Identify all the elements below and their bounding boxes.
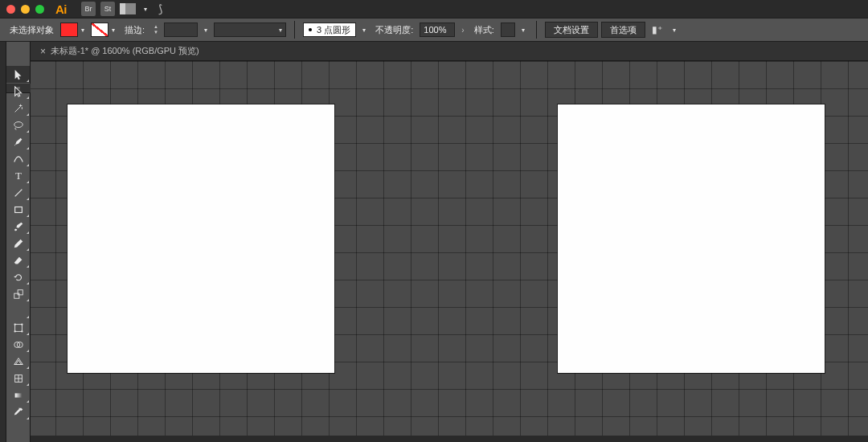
- window-close-button[interactable]: [6, 5, 15, 14]
- svg-rect-3: [14, 293, 18, 298]
- direct-selection-tool-icon: [13, 86, 24, 97]
- type-tool-icon: T: [13, 170, 24, 182]
- document-tab-title: 未标题-1* @ 1600% (RGB/GPU 预览): [51, 45, 199, 57]
- type-tool[interactable]: T: [6, 167, 30, 184]
- document-setup-label: 文档设置: [554, 24, 589, 36]
- chevron-down-icon: ▾: [279, 27, 282, 34]
- canvas-area[interactable]: [31, 61, 868, 442]
- stroke-label: 描边:: [125, 24, 145, 36]
- scale-tool-icon: [13, 289, 24, 300]
- stroke-weight-stepper[interactable]: ▲▼: [151, 23, 161, 37]
- artboard-2[interactable]: [558, 104, 825, 373]
- eraser-tool[interactable]: [6, 252, 30, 268]
- rotate-tool[interactable]: [6, 268, 30, 285]
- stroke-weight-input[interactable]: [164, 23, 198, 37]
- svg-point-7: [21, 323, 23, 325]
- line-segment-tool[interactable]: [6, 184, 30, 201]
- left-side-track: [0, 42, 6, 442]
- free-transform-tool[interactable]: [6, 319, 30, 336]
- shape-builder-tool[interactable]: [6, 336, 30, 353]
- gradient-tool[interactable]: [6, 387, 30, 403]
- bridge-app-icon[interactable]: Br: [81, 2, 96, 16]
- svg-rect-2: [14, 207, 22, 212]
- svg-point-9: [21, 330, 23, 332]
- svg-rect-5: [14, 324, 22, 331]
- divider: [536, 21, 537, 39]
- pen-tool[interactable]: [6, 133, 30, 150]
- control-bar: 未选择对象 ▾ ▾ 描边: ▲▼ ▾ ▾ 3 点圆形 ▾ 不透明度: › 样式:…: [0, 18, 868, 42]
- selection-indicator-label: 未选择对象: [10, 24, 54, 36]
- width-tool[interactable]: [6, 302, 30, 319]
- preferences-button[interactable]: 首选项: [601, 22, 645, 38]
- svg-rect-4: [18, 289, 23, 294]
- workspace: × 未标题-1* @ 1600% (RGB/GPU 预览): [31, 42, 868, 442]
- variable-width-profile-dropdown[interactable]: ▾: [214, 23, 286, 37]
- arrange-documents-caret-icon[interactable]: ▾: [141, 6, 150, 13]
- fill-swatch-icon[interactable]: [60, 23, 78, 37]
- mesh-tool-icon: [13, 373, 24, 384]
- brush-definition-dropdown[interactable]: 3 点圆形: [303, 23, 356, 37]
- titlebar-quick-apps: Br St ▾ ⟆: [81, 2, 162, 16]
- style-dropdown-caret-icon[interactable]: ▾: [518, 27, 528, 34]
- document-tab-bar: × 未标题-1* @ 1600% (RGB/GPU 预览): [31, 42, 868, 61]
- rectangle-tool[interactable]: [6, 201, 30, 218]
- paintbrush-tool[interactable]: [6, 218, 30, 235]
- curvature-tool[interactable]: [6, 150, 30, 167]
- pencil-tool[interactable]: [6, 235, 30, 252]
- brush-dot-icon: [309, 28, 312, 31]
- mesh-tool[interactable]: [6, 370, 30, 387]
- free-transform-tool-icon: [13, 322, 24, 334]
- document-setup-button[interactable]: 文档设置: [545, 22, 598, 38]
- lasso-tool[interactable]: [6, 117, 30, 133]
- svg-rect-13: [14, 393, 22, 397]
- scale-tool[interactable]: [6, 285, 30, 302]
- stroke-weight-caret-icon[interactable]: ▾: [201, 27, 211, 34]
- opacity-label: 不透明度:: [375, 24, 413, 36]
- paintbrush-tool-icon: [13, 221, 24, 232]
- fill-dropdown-caret-icon[interactable]: ▾: [78, 27, 88, 34]
- style-label: 样式:: [474, 24, 494, 36]
- svg-text:T: T: [15, 170, 22, 182]
- fill-swatch-control[interactable]: ▾: [60, 23, 88, 37]
- preferences-label: 首选项: [610, 24, 637, 36]
- graphic-style-swatch[interactable]: [501, 23, 515, 37]
- horizontal-scrollbar[interactable]: [31, 436, 868, 442]
- brush-dropdown-caret-icon[interactable]: ▾: [359, 27, 369, 34]
- perspective-grid-tool[interactable]: [6, 353, 30, 370]
- curvature-tool-icon: [13, 153, 24, 165]
- magic-wand-tool[interactable]: [6, 100, 30, 117]
- pencil-tool-icon: [13, 238, 24, 249]
- close-tab-icon[interactable]: ×: [40, 46, 46, 57]
- opacity-panel-chevron-icon[interactable]: ›: [461, 26, 464, 35]
- window-minimize-button[interactable]: [21, 5, 30, 14]
- line-segment-tool-icon: [13, 187, 24, 198]
- brush-name-label: 3 点圆形: [317, 24, 350, 36]
- rotate-tool-icon: [13, 272, 24, 283]
- tool-panel: T: [6, 42, 31, 442]
- svg-point-8: [14, 330, 15, 332]
- stroke-swatch-control[interactable]: ▾: [91, 23, 118, 37]
- artboard-1[interactable]: [68, 104, 334, 373]
- divider: [294, 21, 295, 39]
- magic-wand-tool-icon: [13, 103, 24, 114]
- gradient-tool-icon: [13, 390, 24, 401]
- eraser-tool-icon: [13, 255, 24, 266]
- document-tab[interactable]: × 未标题-1* @ 1600% (RGB/GPU 预览): [37, 42, 203, 60]
- stroke-swatch-icon[interactable]: [91, 23, 108, 37]
- stroke-dropdown-caret-icon[interactable]: ▾: [108, 27, 118, 34]
- arrange-documents-icon[interactable]: [120, 3, 136, 14]
- opacity-input[interactable]: [420, 23, 455, 37]
- eyedropper-tool[interactable]: [6, 403, 30, 420]
- direct-selection-tool[interactable]: [6, 83, 30, 100]
- fill-swatch-color: [61, 23, 77, 36]
- main-area: « T × 未标题-1* @ 1600% (RGB/GPU 预览): [0, 42, 868, 442]
- app-logo: Ai: [55, 2, 67, 16]
- align-dropdown-caret-icon[interactable]: ▾: [669, 27, 679, 34]
- selection-tool[interactable]: [6, 66, 30, 83]
- rectangle-tool-icon: [13, 204, 24, 215]
- stock-app-icon[interactable]: St: [100, 2, 115, 16]
- width-tool-icon: [13, 305, 24, 317]
- align-panel-icon[interactable]: ▮⁺: [649, 23, 666, 37]
- window-maximize-button[interactable]: [35, 5, 44, 14]
- sync-settings-icon[interactable]: ⟆: [158, 2, 162, 15]
